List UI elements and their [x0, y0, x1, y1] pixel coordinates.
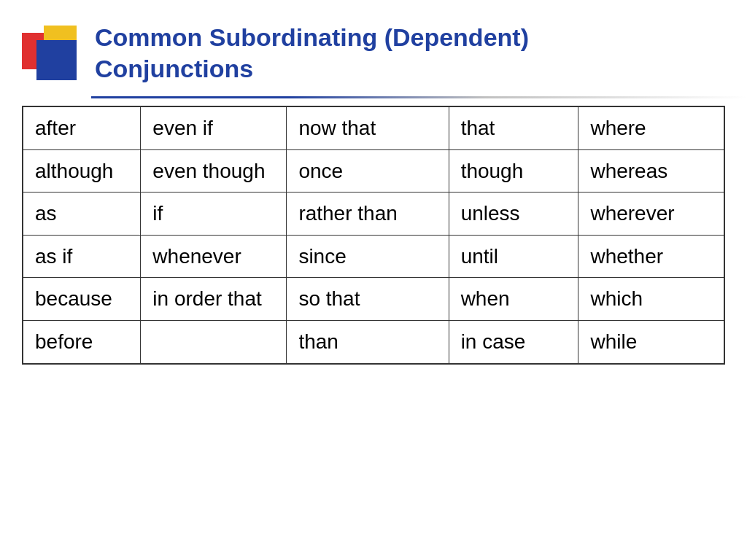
table-cell: in order that [141, 278, 287, 321]
table-cell: although [23, 149, 141, 192]
table-cell: as [23, 192, 141, 236]
table-cell: even though [141, 149, 287, 192]
table-cell: rather than [287, 192, 449, 236]
table-cell: that [449, 106, 578, 149]
table-cell: since [287, 235, 449, 278]
table-cell: before [23, 320, 141, 363]
table-cell: until [449, 235, 578, 278]
conjunctions-table: aftereven ifnow thatthatwherealthougheve… [22, 106, 725, 365]
table-row: becausein order thatso thatwhenwhich [23, 278, 724, 321]
header-rule [91, 96, 747, 98]
table-cell: unless [449, 192, 578, 236]
page-title: Common Subordinating (Dependent) Conjunc… [95, 22, 718, 84]
table-cell [141, 320, 287, 363]
table-cell: than [287, 320, 449, 363]
table-cell: because [23, 278, 141, 321]
table-row: beforethanin casewhile [23, 320, 724, 363]
table-cell: even if [141, 106, 287, 149]
table-cell: after [23, 106, 141, 149]
table-cell: wherever [578, 192, 724, 236]
table-container: aftereven ifnow thatthatwherealthougheve… [0, 98, 747, 372]
header-area: Common Subordinating (Dependent) Conjunc… [0, 0, 747, 98]
table-cell: whether [578, 235, 724, 278]
table-cell: as if [23, 235, 141, 278]
table-cell: whenever [141, 235, 287, 278]
table-cell: in case [449, 320, 578, 363]
table-row: aftereven ifnow thatthatwhere [23, 106, 724, 149]
table-row: asifrather thanunlesswherever [23, 192, 724, 236]
table-row: as ifwheneversinceuntilwhether [23, 235, 724, 278]
page-container: Common Subordinating (Dependent) Conjunc… [0, 0, 747, 560]
table-cell: so that [287, 278, 449, 321]
blue-square [36, 40, 77, 80]
table-cell: if [141, 192, 287, 236]
table-row: althougheven thoughoncethoughwhereas [23, 149, 724, 192]
table-cell: when [449, 278, 578, 321]
table-cell: once [287, 149, 449, 192]
table-cell: where [578, 106, 724, 149]
table-cell: while [578, 320, 724, 363]
table-cell: though [449, 149, 578, 192]
table-cell: which [578, 278, 724, 321]
table-cell: now that [287, 106, 449, 149]
table-cell: whereas [578, 149, 724, 192]
